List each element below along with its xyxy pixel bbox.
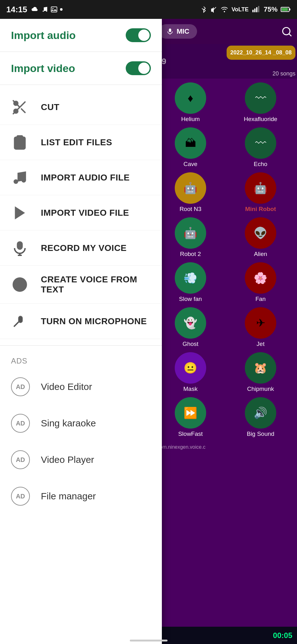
effect-label-chipmunk: Chipmunk — [247, 386, 274, 392]
effect-label-helium: Helium — [181, 116, 200, 123]
effect-label-ghost: Ghost — [183, 341, 199, 347]
effect-item[interactable]: 👽 Alien — [228, 217, 293, 258]
scroll-indicator — [130, 640, 168, 641]
music-icon — [41, 6, 48, 13]
import-audio-toggle[interactable] — [126, 28, 151, 42]
file-manager-ad-item[interactable]: AD File manager — [0, 478, 162, 514]
menu-section: CUT LIST EDIT FILES — [0, 85, 162, 344]
effect-label-hexafluoride: Hexafluoride — [244, 116, 278, 123]
wifi-icon — [220, 6, 228, 13]
year-label: 2022_10_26_14 _08_08 — [230, 49, 292, 56]
video-player-ad-item[interactable]: AD Video Player — [0, 441, 162, 478]
effect-item[interactable]: 🤖 Robot 2 — [158, 217, 223, 258]
section-divider — [0, 345, 162, 346]
svg-rect-6 — [258, 6, 259, 12]
effect-item[interactable]: 💨 Slow fan — [158, 262, 223, 303]
cut-menu-item[interactable]: CUT — [0, 90, 162, 125]
effect-label-robot2: Robot 2 — [180, 251, 201, 258]
effect-item[interactable]: ⏩ SlowFast — [158, 397, 223, 437]
status-time: 14:15 — [6, 5, 63, 14]
mic-bg-icon — [167, 28, 173, 35]
import-audio-file-label: IMPORT AUDIO FILE — [41, 173, 130, 183]
import-audio-file-menu-item[interactable]: IMPORT AUDIO FILE — [0, 160, 162, 195]
effect-circle-alien: 👽 — [245, 217, 276, 249]
svg-rect-5 — [256, 7, 257, 12]
svg-point-12 — [283, 27, 290, 35]
svg-rect-0 — [51, 7, 57, 12]
effect-label-rootn3: Root N3 — [179, 206, 201, 213]
svg-point-1 — [52, 8, 53, 9]
effect-item[interactable]: 🐹 Chipmunk — [228, 352, 293, 392]
effect-item[interactable]: ✈ Jet — [228, 307, 293, 347]
video-editor-ad-item[interactable]: AD Video Editor — [0, 369, 162, 405]
sing-karaoke-label: Sing karaoke — [41, 418, 96, 429]
svg-rect-35 — [18, 316, 22, 323]
lte-indicator: VoLTE — [232, 6, 249, 13]
effect-item[interactable]: 👻 Ghost — [158, 307, 223, 347]
import-video-toggle-row: Import video — [0, 52, 162, 85]
time-display: 14:15 — [6, 5, 27, 14]
list-edit-files-menu-item[interactable]: LIST EDIT FILES — [0, 125, 162, 160]
effect-label-cave: Cave — [184, 161, 197, 168]
effect-circle-helium: ♦ — [175, 82, 206, 114]
svg-rect-10 — [169, 29, 171, 32]
mic-button[interactable]: MIC — [159, 24, 197, 39]
effect-item[interactable]: 🤖 Mini Robot — [228, 172, 293, 213]
effect-circle-bigsound: 🔊 — [245, 397, 276, 429]
effect-item[interactable]: 😐 Mask — [158, 352, 223, 392]
effect-item[interactable]: 〰 Hexafluoride — [228, 82, 293, 123]
record-my-voice-label: RECORD MY VOICE — [41, 243, 127, 253]
effect-item[interactable]: 🌸 Fan — [228, 262, 293, 303]
effect-circle-jet: ✈ — [245, 307, 276, 339]
mic-label: MIC — [177, 27, 189, 36]
signal-icon — [252, 6, 261, 13]
effect-item[interactable]: 〰 Echo — [228, 127, 293, 168]
effect-label-echo: Echo — [254, 161, 267, 168]
image-icon — [51, 6, 58, 13]
ads-section: ADS AD Video Editor AD Sing karaoke AD V… — [0, 347, 162, 518]
effect-label-fan: Fan — [256, 296, 266, 303]
cloud-icon — [30, 6, 39, 13]
turn-on-microphone-menu-item[interactable]: TURN ON MICROPHONE — [0, 304, 162, 339]
svg-rect-9 — [289, 8, 290, 10]
effect-item[interactable]: ♦ Helium — [158, 82, 223, 123]
effect-label-slowfan: Slow fan — [179, 296, 202, 303]
file-manager-label: File manager — [41, 491, 96, 502]
effect-circle-cave: 🏔 — [175, 127, 206, 159]
battery-percent: 75% — [264, 5, 278, 14]
status-bar: 14:15 VoLTE — [0, 0, 297, 19]
record-my-voice-menu-item[interactable]: RECORD MY VOICE — [0, 230, 162, 266]
notification-dot — [60, 8, 63, 11]
list-edit-files-label: LIST EDIT FILES — [41, 137, 112, 147]
effect-item[interactable]: 🤖 Root N3 — [158, 172, 223, 213]
import-video-label: Import video — [11, 62, 75, 75]
scissors-icon — [11, 98, 28, 116]
effects-grid: ♦ Helium 〰 Hexafluoride 🏔 Cave 〰 — [154, 79, 297, 441]
play-triangle-icon — [11, 204, 28, 221]
import-audio-label: Import audio — [11, 29, 76, 42]
effect-item[interactable]: 🏔 Cave — [158, 127, 223, 168]
effect-circle-mask: 😐 — [175, 352, 206, 384]
cut-label: CUT — [41, 102, 59, 112]
video-editor-label: Video Editor — [41, 381, 92, 392]
video-player-label: Video Player — [41, 454, 94, 465]
mic-diagonal-icon — [11, 313, 28, 330]
bg-top-bar: MIC — [154, 19, 297, 44]
effect-circle-hexafluoride: 〰 — [245, 82, 276, 114]
ads-header: ADS — [0, 350, 162, 369]
clipboard-icon — [11, 134, 28, 151]
search-bg-icon[interactable] — [281, 26, 292, 37]
import-audio-toggle-row: Import audio — [0, 19, 162, 52]
effect-item[interactable]: 🔊 Big Sound — [228, 397, 293, 437]
effect-label-mask: Mask — [183, 386, 197, 392]
import-video-file-menu-item[interactable]: IMPORT VIDEO FILE — [0, 195, 162, 230]
sing-karaoke-ad-item[interactable]: AD Sing karaoke — [0, 405, 162, 441]
effect-circle-robot2: 🤖 — [175, 217, 206, 249]
create-voice-from-text-menu-item[interactable]: CREATE VOICE FROM TEXT — [0, 266, 162, 304]
svg-rect-8 — [282, 8, 288, 11]
create-voice-from-text-label: CREATE VOICE FROM TEXT — [41, 275, 151, 295]
effect-circle-minirobot: 🤖 — [245, 172, 276, 204]
bluetooth-icon — [200, 6, 207, 13]
import-video-toggle[interactable] — [126, 61, 151, 75]
drawer-menu: Import audio Import video CUT — [0, 19, 162, 644]
